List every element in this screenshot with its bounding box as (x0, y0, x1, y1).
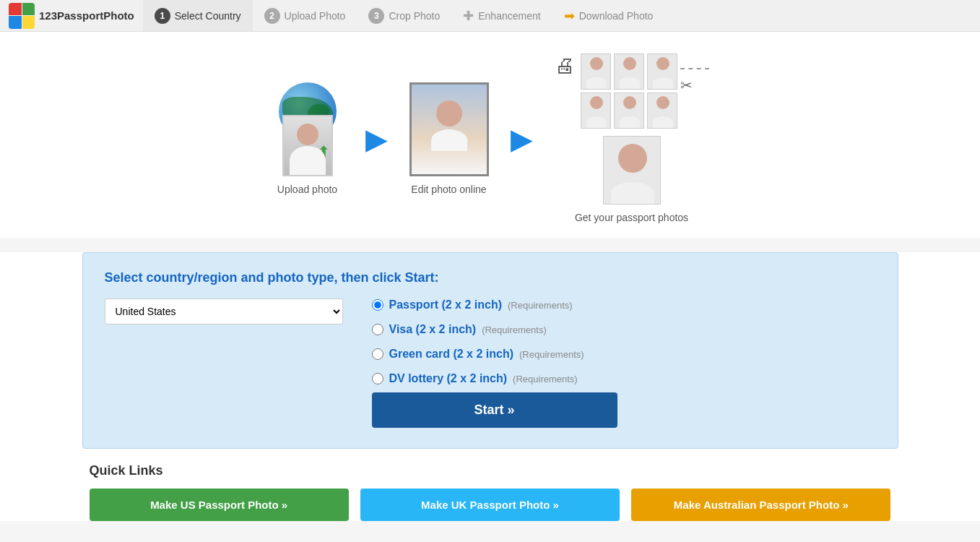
logo-icon (9, 3, 35, 29)
step-label-2: Upload Photo (285, 10, 346, 22)
upload-arrow-icon: ⬆ (317, 143, 330, 162)
visa-label: Visa (2 x 2 inch) (389, 323, 477, 336)
passport-thumb-4 (581, 93, 611, 129)
nav-step-crop-photo[interactable]: 3 Crop Photo (357, 0, 451, 31)
quick-link-uk[interactable]: Make UK Passport Photo » (360, 489, 620, 521)
passport-row-2 (581, 93, 677, 129)
green-card-label: Green card (2 x 2 inch) (389, 348, 514, 361)
hero-step-get: 🖨 (555, 53, 709, 223)
plus-icon: ✚ (463, 8, 474, 24)
passport-thumb-5 (614, 93, 644, 129)
panel-content: United States United Kingdom Australia C… (105, 298, 876, 428)
nav-steps: 1 Select Country 2 Upload Photo 3 Crop P… (143, 0, 665, 31)
nav-step-enhancement[interactable]: ✚ Enhancement (451, 0, 552, 31)
passport-grid (581, 53, 677, 129)
option-passport[interactable]: Passport (2 x 2 inch) (Requirements) (372, 298, 617, 311)
option-green-card[interactable]: Green card (2 x 2 inch) (Requirements) (372, 348, 617, 361)
green-card-req-link[interactable]: (Requirements) (519, 349, 584, 360)
portrait-body (431, 129, 467, 151)
portrait-head (436, 100, 462, 126)
passport-grid-container: ✂ (581, 53, 709, 129)
printer-icon: 🖨 (555, 53, 575, 77)
passport-row-1 (581, 53, 677, 90)
hero-step2-label: Edit photo online (411, 184, 486, 195)
main-content: Select country/region and photo type, th… (0, 252, 980, 521)
arrow-2-icon: ▶ (511, 122, 533, 155)
start-button[interactable]: Start » (372, 392, 617, 428)
portrait-figure (428, 100, 471, 158)
hero-step-upload: ⬆ Upload photo (272, 82, 344, 195)
nav-step-upload-photo[interactable]: 2 Upload Photo (253, 0, 357, 31)
quick-link-us[interactable]: Make US Passport Photo » (90, 489, 349, 521)
person-thumbnail: ⬆ (282, 115, 333, 176)
quick-links-row: Make US Passport Photo » Make UK Passpor… (90, 489, 891, 521)
option-dv-lottery[interactable]: DV lottery (2 x 2 inch) (Requirements) (372, 372, 617, 385)
arrow-1-icon: ▶ (365, 122, 388, 155)
passport-thumb-3 (647, 53, 677, 90)
country-select[interactable]: United States United Kingdom Australia C… (105, 298, 343, 324)
quick-links-title: Quick Links (90, 463, 891, 478)
passport-label: Passport (2 x 2 inch) (389, 298, 503, 311)
passport-output-area: 🖨 (555, 53, 709, 129)
download-arrow-icon: ➡ (564, 8, 575, 24)
nav-step-download-photo[interactable]: ➡ Download Photo (552, 0, 665, 31)
country-select-area: United States United Kingdom Australia C… (105, 298, 343, 324)
hero-upload-image: ⬆ (272, 82, 344, 176)
logo-text: 123PassportPhoto (39, 9, 134, 22)
step-label-1: Select Country (175, 10, 241, 22)
hero-step3-label: Get your passport photos (575, 212, 688, 223)
step-label-4: Enhancement (478, 10, 540, 22)
hero-edit-image (409, 82, 489, 176)
scissor-area: ✂ (680, 53, 709, 94)
passport-thumb-1 (581, 53, 611, 90)
step-badge-3: 3 (368, 8, 384, 24)
radio-passport[interactable] (372, 299, 383, 311)
hero-passport-grid-area: 🖨 (555, 53, 709, 205)
quick-link-au[interactable]: Make Australian Passport Photo » (631, 489, 890, 521)
dv-lottery-label: DV lottery (2 x 2 inch) (389, 372, 508, 385)
hero-step1-label: Upload photo (277, 184, 337, 195)
hero-section: ⬆ Upload photo ▶ Edit photo online ▶ 🖨 (0, 32, 980, 238)
hero-step-edit: Edit photo online (409, 82, 489, 195)
single-passport-photo (603, 136, 661, 205)
step-badge-2: 2 (264, 8, 280, 24)
dashed-cut-line (680, 68, 709, 69)
passport-req-link[interactable]: (Requirements) (508, 300, 573, 311)
passport-thumb-2 (614, 53, 644, 90)
logo-link[interactable]: 123PassportPhoto (0, 3, 143, 29)
radio-green-card[interactable] (372, 348, 383, 360)
passport-thumb-6 (647, 93, 677, 129)
quick-links-section: Quick Links Make US Passport Photo » Mak… (82, 463, 898, 521)
dv-lottery-req-link[interactable]: (Requirements) (513, 374, 578, 384)
nav-step-select-country[interactable]: 1 Select Country (143, 0, 253, 31)
visa-req-link[interactable]: (Requirements) (482, 324, 547, 335)
radio-dv-lottery[interactable] (372, 373, 383, 384)
step-label-3: Crop Photo (389, 10, 440, 22)
edit-image-inner (412, 85, 487, 174)
photo-options-list: Passport (2 x 2 inch) (Requirements) Vis… (372, 298, 617, 385)
photo-type-area: Passport (2 x 2 inch) (Requirements) Vis… (372, 298, 617, 428)
option-visa[interactable]: Visa (2 x 2 inch) (Requirements) (372, 323, 617, 336)
header: 123PassportPhoto 1 Select Country 2 Uplo… (0, 0, 980, 32)
scissors-icon: ✂ (680, 77, 693, 94)
radio-visa[interactable] (372, 324, 383, 335)
step-badge-1: 1 (155, 8, 170, 24)
step-label-5: Download Photo (579, 10, 654, 22)
selection-panel: Select country/region and photo type, th… (82, 252, 898, 449)
panel-title: Select country/region and photo type, th… (105, 270, 876, 285)
